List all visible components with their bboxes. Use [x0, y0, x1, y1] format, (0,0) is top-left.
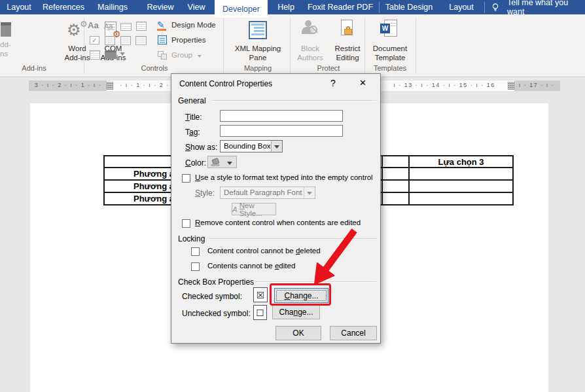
tell-me-box[interactable]: Tell me what you want [507, 0, 585, 14]
group-separator [290, 17, 291, 73]
lock-icon [344, 29, 352, 35]
word-window: Layout References Mailings Review View D… [0, 0, 585, 392]
cancel-button[interactable]: Cancel [330, 326, 377, 340]
plain-text-control-icon[interactable]: Aa [104, 22, 113, 30]
group-separator [416, 17, 416, 73]
section-label-checkbox-properties: Check Box Properties [178, 277, 254, 287]
tab-help[interactable]: Help [272, 0, 300, 14]
new-style-button: A New Style... [232, 203, 276, 215]
group-icon [161, 54, 167, 60]
addin-partial-icon[interactable] [1, 22, 11, 37]
tab-layout-contextual[interactable]: Layout [444, 0, 479, 14]
dropdown-control-icon[interactable] [120, 36, 131, 45]
dropdown-arrow[interactable] [271, 141, 282, 152]
document-template-label: Template [369, 54, 411, 62]
close-icon[interactable]: ✕ [359, 78, 366, 88]
checked-symbol-label: Checked symbol: [182, 292, 242, 301]
table-border [381, 155, 383, 205]
tab-developer[interactable]: Developer [215, 0, 268, 18]
addin-partial-label: dd- [0, 41, 11, 48]
building-block-control-icon[interactable] [136, 22, 147, 31]
style-dropdown: Default Paragraph Font [220, 187, 315, 199]
addins-group-label: Add-ins [16, 64, 52, 72]
tab-divider [379, 2, 380, 13]
unchecked-symbol-preview: ☐ [253, 305, 267, 320]
table-border [103, 155, 105, 205]
ruler-numbers: 3 · ı · 2 · ı · 1 · ı · [31, 82, 105, 88]
highlight-box-annotation [270, 283, 331, 306]
ruler-margin-marker[interactable] [107, 82, 113, 90]
word-logo-icon: W [380, 24, 390, 33]
remove-control-label: Remove content control when contents are… [195, 219, 361, 226]
dropdown-arrow [304, 187, 315, 198]
title-input[interactable] [220, 110, 343, 122]
help-button[interactable]: ? [330, 78, 336, 88]
repeating-section-control-icon[interactable] [90, 50, 100, 60]
cannot-delete-label: Content control cannot be deleted [207, 247, 321, 255]
tab-divider [484, 2, 485, 13]
design-mode-button[interactable]: ✎ Design Mode [156, 20, 222, 31]
show-as-dropdown[interactable]: Bounding Box [220, 140, 283, 152]
gear-icon: ⚙ [67, 22, 81, 38]
tab-foxit-reader-pdf[interactable]: Foxit Reader PDF [306, 0, 374, 14]
mapping-group-label: Mapping [238, 64, 277, 72]
tag-label: Tag: [185, 128, 200, 137]
properties-label: Properties [171, 36, 205, 44]
properties-icon [158, 35, 167, 45]
use-style-checkbox[interactable] [182, 174, 190, 183]
ruler-numbers: ı · 17 · ı · [516, 82, 558, 88]
ok-button[interactable]: OK [275, 326, 321, 340]
rich-text-control-icon[interactable]: Aa [88, 20, 99, 30]
restrict-editing-label: Editing [330, 54, 365, 62]
cannot-delete-checkbox[interactable] [191, 247, 200, 256]
tab-layout[interactable]: Layout [4, 0, 34, 14]
restrict-editing-label: Restrict [330, 45, 365, 52]
addin-partial-label: ns [0, 50, 8, 58]
tab-references[interactable]: References [42, 0, 85, 14]
section-label-general: General [178, 96, 206, 105]
lightbulb-icon [491, 3, 500, 14]
datepicker-control-icon[interactable] [135, 36, 147, 45]
color-label: Color: [185, 158, 206, 168]
group-button: Group [156, 50, 222, 62]
tab-view[interactable]: View [184, 0, 209, 14]
legacy-tools-icon[interactable] [105, 50, 116, 59]
ruler-numbers: ı · 13 · ı · 14 · ı · 15 · ı · 16 [382, 82, 506, 88]
table-header-cell[interactable]: Lựa chọn 3 [410, 157, 512, 167]
section-divider [212, 100, 376, 101]
change-unchecked-button[interactable]: Change... [272, 305, 320, 319]
group-separator [223, 17, 224, 73]
style-label: Style: [195, 188, 215, 198]
cannot-edit-checkbox[interactable] [191, 262, 200, 271]
ruler-numbers: · ı · 1 · ı · 2 · ı [115, 82, 180, 88]
ribbon-tab-bar: Layout References Mailings Review View D… [0, 0, 585, 14]
group-label: Group [171, 51, 192, 59]
checkbox-control-icon[interactable]: ✓ [90, 36, 99, 45]
document-template-label: Document [369, 45, 411, 52]
combobox-control-icon[interactable] [105, 36, 115, 45]
block-authors-label: Block [292, 45, 328, 52]
ruler-margin-marker[interactable] [508, 82, 514, 90]
style-a-icon: A [232, 205, 238, 213]
title-label: Title: [185, 113, 202, 122]
chevron-down-icon[interactable] [120, 52, 125, 56]
table-border [512, 155, 514, 205]
design-mode-icon-underline [157, 29, 166, 31]
picture-control-icon[interactable] [120, 23, 132, 31]
style-value: Default Paragraph Font [224, 188, 302, 196]
color-picker-button[interactable] [207, 156, 237, 168]
remove-control-checkbox[interactable] [182, 219, 190, 228]
dialog-title: Content Control Properties [179, 79, 272, 88]
cannot-edit-label: Contents cannot be edited [207, 262, 295, 270]
tab-table-design[interactable]: Table Design [383, 0, 434, 14]
tag-input[interactable] [220, 125, 343, 137]
properties-button[interactable]: Properties [156, 35, 222, 46]
tab-mailings[interactable]: Mailings [94, 0, 131, 14]
use-style-label: Use a style to format text typed into th… [195, 173, 373, 181]
gear-icon: ⚙ [80, 20, 88, 28]
unchecked-symbol-label: Unchecked symbol: [182, 309, 251, 318]
xml-mapping-icon [249, 21, 267, 39]
tab-review[interactable]: Review [143, 0, 177, 14]
templates-group-label: Templates [369, 64, 411, 72]
section-divider [255, 281, 376, 283]
